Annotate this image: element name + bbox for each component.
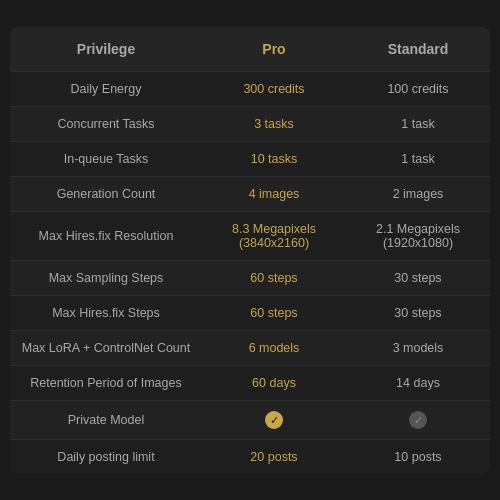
cell-standard: 14 days (346, 365, 490, 400)
cell-standard: 30 steps (346, 260, 490, 295)
table-row: Max Sampling Steps60 steps30 steps (10, 260, 490, 295)
cell-privilege: In-queue Tasks (10, 141, 202, 176)
cell-privilege: Retention Period of Images (10, 365, 202, 400)
table-row: Private Model✓✓ (10, 400, 490, 439)
table-header-row: Privilege Pro Standard (10, 27, 490, 72)
cell-pro: 300 credits (202, 71, 346, 106)
cell-privilege: Max Hires.fix Steps (10, 295, 202, 330)
cell-pro: 60 steps (202, 295, 346, 330)
cell-pro: 4 images (202, 176, 346, 211)
table-row: Daily Energy300 credits100 credits (10, 71, 490, 106)
cell-privilege: Daily Energy (10, 71, 202, 106)
cell-pro: 60 days (202, 365, 346, 400)
table-row: Generation Count4 images2 images (10, 176, 490, 211)
table-row: Daily posting limit20 posts10 posts (10, 439, 490, 474)
cell-standard: 3 models (346, 330, 490, 365)
cell-standard: 30 steps (346, 295, 490, 330)
cell-privilege: Daily posting limit (10, 439, 202, 474)
check-icon-gold: ✓ (265, 411, 283, 429)
cell-pro: ✓ (202, 400, 346, 439)
header-privilege: Privilege (10, 27, 202, 72)
table-row: Concurrent Tasks3 tasks1 task (10, 106, 490, 141)
cell-privilege: Concurrent Tasks (10, 106, 202, 141)
header-standard: Standard (346, 27, 490, 72)
check-icon-gray: ✓ (409, 411, 427, 429)
table-row: Max LoRA + ControlNet Count6 models3 mod… (10, 330, 490, 365)
cell-pro: 3 tasks (202, 106, 346, 141)
cell-standard: ✓ (346, 400, 490, 439)
cell-privilege: Generation Count (10, 176, 202, 211)
cell-pro: 10 tasks (202, 141, 346, 176)
cell-standard: 2 images (346, 176, 490, 211)
table-row: Retention Period of Images60 days14 days (10, 365, 490, 400)
table-row: Max Hires.fix Resolution8.3 Megapixels (… (10, 211, 490, 260)
cell-pro: 60 steps (202, 260, 346, 295)
cell-standard: 100 credits (346, 71, 490, 106)
table-row: In-queue Tasks10 tasks1 task (10, 141, 490, 176)
header-pro: Pro (202, 27, 346, 72)
cell-standard: 1 task (346, 106, 490, 141)
cell-privilege: Private Model (10, 400, 202, 439)
privilege-table: Privilege Pro Standard Daily Energy300 c… (10, 27, 490, 474)
cell-privilege: Max LoRA + ControlNet Count (10, 330, 202, 365)
cell-standard: 1 task (346, 141, 490, 176)
cell-privilege: Max Hires.fix Resolution (10, 211, 202, 260)
cell-standard: 2.1 Megapixels (1920x1080) (346, 211, 490, 260)
cell-pro: 20 posts (202, 439, 346, 474)
table-row: Max Hires.fix Steps60 steps30 steps (10, 295, 490, 330)
cell-pro: 8.3 Megapixels (3840x2160) (202, 211, 346, 260)
cell-privilege: Max Sampling Steps (10, 260, 202, 295)
cell-pro: 6 models (202, 330, 346, 365)
cell-standard: 10 posts (346, 439, 490, 474)
